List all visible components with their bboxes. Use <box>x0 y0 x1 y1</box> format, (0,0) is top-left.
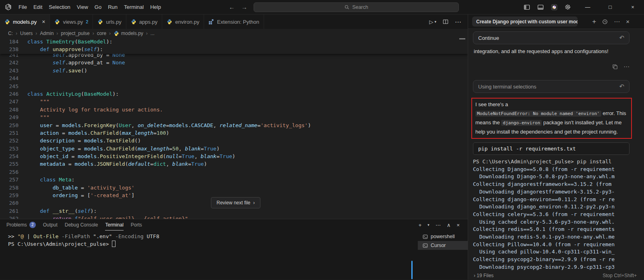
more-actions-icon[interactable]: ⋯ <box>455 18 461 26</box>
line-number: 248 <box>0 106 19 113</box>
back-arrow-icon[interactable]: ← <box>229 4 235 10</box>
tab-apps-py[interactable]: apps.py <box>126 14 163 29</box>
settings-gear-icon[interactable] <box>565 4 571 10</box>
line-content: self.approved_at = None <box>19 59 125 66</box>
pip-output-line: Using cached pillow-10.4.0-cp311-cp311-w… <box>473 248 630 256</box>
terminal-scrollbar[interactable] <box>411 261 413 279</box>
menu-go[interactable]: Go <box>91 2 105 12</box>
editor-column: models.py×views.py2urls.pyapps.pyenviron… <box>0 14 468 280</box>
line-number: 262 <box>0 215 19 219</box>
code-token: None <box>112 60 125 66</box>
menu-help[interactable]: Help <box>147 2 164 12</box>
code-token: , <box>131 122 138 128</box>
terminal-selection-chip[interactable]: Using terminal selections ↶ <box>473 80 630 93</box>
history-icon[interactable] <box>602 19 608 25</box>
menu-edit[interactable]: Edit <box>30 2 45 12</box>
restore-checkpoint-icon[interactable]: ↶ <box>619 34 624 41</box>
continue-button[interactable]: Continue ↶ <box>473 31 630 44</box>
code-token: True <box>182 153 194 159</box>
close-panel-icon[interactable]: × <box>456 222 460 228</box>
terminal-instance-powershell[interactable]: powershell <box>418 232 468 241</box>
more-actions-icon[interactable]: ⋯ <box>436 222 441 228</box>
review-next-file-button[interactable]: Review next file › <box>211 197 260 208</box>
code-token: db_table <box>53 185 78 191</box>
tab-views-py[interactable]: views.py2 <box>50 14 93 29</box>
files-summary-pill[interactable]: › 19 Files <box>474 273 493 278</box>
menu-terminal[interactable]: Terminal <box>121 2 147 12</box>
minimize-button[interactable]: — <box>576 0 599 14</box>
terminal-output[interactable]: >> "@ | Out-File -FilePath ".env" -Encod… <box>0 231 418 280</box>
code-token: blank <box>201 153 217 159</box>
code-editor[interactable]: 241 self.approved_by = None242 self.appr… <box>0 38 468 219</box>
breadcrumb-item-core[interactable]: core <box>97 31 106 36</box>
terminal-instance-cursor[interactable]: Cursor <box>418 241 468 250</box>
more-actions-icon[interactable]: ⋯ <box>614 18 620 25</box>
chat-title[interactable]: Create Django project with custom user m… <box>472 16 578 27</box>
pip-output-line: Collecting redis==5.0.1 (from -r require… <box>473 226 630 233</box>
assistant-message-tail: integration, and all the requested apps … <box>474 48 629 54</box>
menu-file[interactable]: File <box>15 2 30 12</box>
copy-icon[interactable] <box>612 64 618 70</box>
chevron-right-icon: › <box>146 31 148 36</box>
breadcrumb-item-[interactable]: ... <box>151 31 155 36</box>
menu-run[interactable]: Run <box>105 2 121 12</box>
line-number: 257 <box>0 176 19 183</box>
code-token: blank <box>185 146 200 152</box>
terminal-profile-chevron-icon[interactable]: ▾ <box>427 223 429 227</box>
pip-install-output[interactable]: PS C:\Users\Admin\project_pulse> pip ins… <box>473 158 630 271</box>
chat-content: Continue ↶ integration, and all the requ… <box>468 29 644 280</box>
code-line: 257 class Meta: <box>0 176 468 183</box>
panel-actions: +▾⋯∧× <box>419 222 464 228</box>
maximize-button[interactable]: □ <box>599 0 621 14</box>
panel-tab-output[interactable]: Output <box>43 219 58 231</box>
forward-arrow-icon[interactable]: → <box>241 4 247 10</box>
breadcrumb-item-project-pulse[interactable]: project_pulse <box>61 31 89 36</box>
code-token: def <box>40 208 52 214</box>
panel-tab-ports[interactable]: Ports <box>131 219 142 231</box>
inline-code: ModuleNotFoundError: No module named 'en… <box>475 111 601 117</box>
toggle-sidebar-icon[interactable] <box>524 4 530 10</box>
code-token: ( <box>81 91 84 97</box>
close-chat-icon[interactable]: × <box>626 18 630 25</box>
new-chat-icon[interactable]: + <box>592 18 596 26</box>
close-tab-icon[interactable]: × <box>42 19 45 25</box>
code-token: . <box>188 122 191 128</box>
code-token: = <box>59 130 68 136</box>
close-window-button[interactable]: × <box>621 0 644 14</box>
breadcrumb-item-admin[interactable]: Admin <box>40 31 54 36</box>
cursor-tab-icon[interactable] <box>551 4 557 10</box>
stop-shortcut: Ctrl+Shift+ <box>614 273 637 278</box>
bottom-panel: Problems2OutputDebug ConsoleTerminalPort… <box>0 219 468 280</box>
run-python-button[interactable]: ▷▾ <box>429 19 436 25</box>
breadcrumb-item-c[interactable]: C: <box>8 31 13 36</box>
code-token <box>27 138 40 144</box>
maximize-panel-icon[interactable]: ∧ <box>447 222 451 228</box>
pip-output-line: Collecting Django==5.0.8 (from -r requir… <box>473 166 630 173</box>
breadcrumb-item-models-py[interactable]: models.py <box>114 31 143 36</box>
toggle-panel-icon[interactable] <box>537 4 544 10</box>
panel-tab-problems[interactable]: Problems2 <box>6 219 36 231</box>
code-token: ): <box>112 91 119 97</box>
line-content: Activity log for tracking user actions. <box>19 106 163 113</box>
tab-urls-py[interactable]: urls.py <box>93 14 126 29</box>
restore-checkpoint-icon[interactable]: ↶ <box>619 83 624 90</box>
code-token: ) <box>232 153 235 159</box>
tab-extension-python[interactable]: Extension: Python <box>204 14 264 29</box>
new-terminal-icon[interactable]: + <box>419 222 422 228</box>
more-options-icon[interactable]: ⋯ <box>623 63 630 70</box>
tab-environ-py[interactable]: environ.py <box>162 14 204 29</box>
red-annotation-box: I see there's a ModuleNotFoundError: No … <box>471 98 632 139</box>
menu-view[interactable]: View <box>74 2 91 12</box>
scroll-position-indicator[interactable] <box>459 38 465 39</box>
stop-button[interactable]: Stop Ctrl+Shift+ <box>603 273 637 278</box>
panel-tab-terminal[interactable]: Terminal <box>105 219 123 231</box>
breadcrumb-item-users[interactable]: Users <box>20 31 33 36</box>
command-center-search[interactable]: Search <box>254 2 459 12</box>
panel-tab-label: Problems <box>6 222 27 228</box>
terminal-instance-label: powershell <box>431 234 455 239</box>
split-editor-icon[interactable] <box>443 19 448 25</box>
panel-tab-debug-console[interactable]: Debug Console <box>65 219 98 231</box>
inline-code: django-environ <box>501 120 542 126</box>
tab-models-py[interactable]: models.py× <box>0 14 50 29</box>
menu-selection[interactable]: Selection <box>45 2 73 12</box>
